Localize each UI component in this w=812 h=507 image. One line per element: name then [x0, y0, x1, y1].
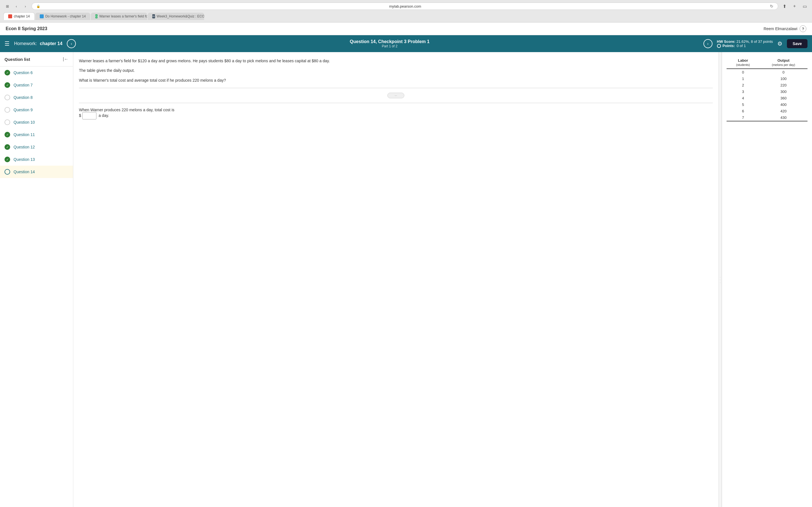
tab-grid-button[interactable]: ⊞	[3, 2, 11, 10]
question-subtitle: Part 1 of 2	[80, 44, 699, 48]
resize-handle[interactable]: · · ·	[718, 52, 722, 507]
browser-tabs: chapter 14 Do Homework - chapter 14 G Wa…	[3, 12, 809, 20]
sidebar-header: Question list |←	[0, 52, 73, 66]
output-cell: 400	[760, 101, 808, 108]
tab-week3[interactable]: W Week3_Homework&Quiz : ECO MISC : Texas…	[148, 13, 204, 20]
check-icon-q7: ✓	[4, 82, 10, 88]
browser-chrome: ⊞ ‹ › 🔒 mylab.pearson.com ↻ ⬆ + ▭ chapte…	[0, 0, 812, 22]
save-button[interactable]: Save	[787, 39, 808, 48]
right-panel: Labor (students) Output (melons per day)…	[722, 52, 812, 507]
answer-area: When Warner produces 220 melons a day, t…	[79, 108, 713, 119]
nav-bar: ☰ Homework: chapter 14 ‹ Question 14, Ch…	[0, 35, 812, 52]
points-value: 0 of 1	[737, 44, 746, 48]
forward-button[interactable]: ›	[21, 2, 29, 10]
output-header: Output (melons per day)	[760, 57, 808, 69]
drag-handle[interactable]: ···	[388, 93, 404, 98]
labor-header: Labor (students)	[726, 57, 760, 69]
sidebar-label-q7: Question 7	[13, 83, 33, 87]
sidebar-label-q12: Question 12	[13, 145, 35, 149]
main-layout: Question list |← ✓ Question 6 ✓ Question…	[0, 52, 812, 507]
content-area: Warner leases a farmer's field for $120 …	[73, 52, 718, 507]
labor-cell: 2	[726, 82, 760, 89]
points-line: Points: 0 of 1	[717, 44, 773, 48]
output-cell: 0	[760, 69, 808, 75]
labor-cell: 4	[726, 95, 760, 101]
browser-action-buttons: ⬆ + ▭	[780, 2, 809, 10]
username: Reem Elmanzalawi	[763, 26, 797, 31]
sidebar-item-q13[interactable]: ✓ Question 13	[0, 153, 73, 166]
sidebar-item-q14[interactable]: Question 14	[0, 166, 73, 178]
settings-button[interactable]: ⚙	[777, 40, 782, 47]
table-row: 00	[726, 69, 808, 75]
sidebar-label-q14: Question 14	[13, 170, 35, 174]
sidebar-item-q9[interactable]: Question 9	[0, 104, 73, 116]
table-row: 5400	[726, 101, 808, 108]
labor-cell: 5	[726, 101, 760, 108]
circle-icon-q9	[4, 107, 10, 113]
sidebar-button[interactable]: ▭	[801, 2, 809, 10]
table-row: 6420	[726, 108, 808, 114]
problem-text-3: What is Warner's total cost and average …	[79, 77, 713, 83]
answer-prefix: When Warner produces 220 melons a day, t…	[79, 108, 174, 112]
prev-question-button[interactable]: ‹	[67, 39, 76, 48]
sidebar-label-q9: Question 9	[13, 108, 33, 112]
circle-icon-q14	[4, 169, 10, 175]
reload-icon[interactable]: ↻	[770, 4, 773, 8]
dollar-sign: $	[79, 113, 81, 118]
sidebar-item-q11[interactable]: ✓ Question 11	[0, 128, 73, 141]
sidebar-title: Question list	[4, 57, 30, 62]
help-button[interactable]: ?	[800, 25, 806, 32]
circle-icon-q10	[4, 119, 10, 125]
sidebar-collapse-button[interactable]: |←	[63, 57, 68, 62]
labor-cell: 3	[726, 89, 760, 95]
table-row: 2220	[726, 82, 808, 89]
hw-score-line: HW Score: 21.62%, 8 of 37 points	[717, 40, 773, 44]
output-cell: 100	[760, 75, 808, 82]
app-header: Econ II Spring 2023 Reem Elmanzalawi ?	[0, 22, 812, 35]
hw-score-value: 21.62%, 8 of 37 points	[737, 40, 773, 44]
tab-label-3: Warner leases a farmer's field for $120 …	[99, 14, 147, 18]
labor-cell: 1	[726, 75, 760, 82]
tab-favicon-2	[40, 14, 44, 18]
drag-handle-container: ···	[79, 93, 713, 98]
tab-warner[interactable]: G Warner leases a farmer's field for $12…	[91, 13, 147, 20]
output-cell: 220	[760, 82, 808, 89]
nav-score: HW Score: 21.62%, 8 of 37 points Points:…	[717, 40, 773, 48]
sidebar-item-q8[interactable]: Question 8	[0, 91, 73, 104]
table-row: 7430	[726, 114, 808, 121]
question-title: Question 14, Checkpoint 3 Problem 1	[80, 39, 699, 44]
user-info: Reem Elmanzalawi ?	[763, 25, 806, 32]
sidebar: Question list |← ✓ Question 6 ✓ Question…	[0, 52, 73, 507]
check-icon-q6: ✓	[4, 70, 10, 75]
answer-suffix: a day.	[99, 113, 109, 118]
total-cost-input[interactable]	[82, 112, 96, 119]
nav-right-actions: ⚙ Save	[777, 39, 808, 48]
tab-favicon-3: G	[95, 14, 98, 18]
address-bar[interactable]: 🔒 mylab.pearson.com ↻	[32, 3, 778, 10]
tab-label-1: chapter 14	[14, 14, 30, 18]
sidebar-label-q11: Question 11	[13, 132, 35, 137]
sidebar-item-q12[interactable]: ✓ Question 12	[0, 141, 73, 153]
points-label: Points:	[723, 44, 735, 48]
sidebar-item-q6[interactable]: ✓ Question 6	[0, 66, 73, 79]
new-tab-button[interactable]: +	[791, 2, 799, 10]
tab-chapter14[interactable]: chapter 14	[3, 12, 35, 20]
labor-cell: 6	[726, 108, 760, 114]
browser-toolbar: ⊞ ‹ › 🔒 mylab.pearson.com ↻ ⬆ + ▭	[3, 2, 809, 10]
labor-cell: 0	[726, 69, 760, 75]
check-icon-q11: ✓	[4, 132, 10, 137]
sidebar-item-q7[interactable]: ✓ Question 7	[0, 79, 73, 91]
sidebar-item-q10[interactable]: Question 10	[0, 116, 73, 128]
check-icon-q13: ✓	[4, 157, 10, 162]
url-text: mylab.pearson.com	[42, 4, 768, 8]
nav-chapter-label: chapter 14	[40, 41, 62, 46]
share-button[interactable]: ⬆	[780, 2, 788, 10]
back-button[interactable]: ‹	[12, 2, 20, 10]
problem-text-1: Warner leases a farmer's field for $120 …	[79, 58, 713, 64]
output-cell: 360	[760, 95, 808, 101]
app-title: Econ II Spring 2023	[6, 26, 47, 31]
tab-do-homework[interactable]: Do Homework - chapter 14	[35, 13, 90, 20]
next-question-button[interactable]: ›	[703, 39, 712, 48]
nav-center: Question 14, Checkpoint 3 Problem 1 Part…	[80, 39, 699, 48]
menu-icon[interactable]: ☰	[4, 40, 10, 47]
